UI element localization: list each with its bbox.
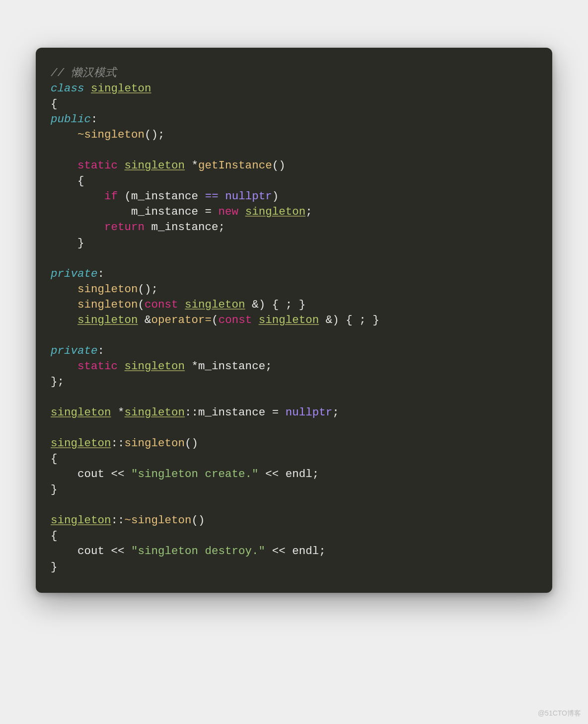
parens2: () [272, 159, 286, 172]
brace-close2: } [77, 237, 84, 249]
body-empty2: { ; } [346, 314, 379, 326]
id-singleton: singleton [91, 82, 151, 95]
ltlt2: << [265, 468, 279, 481]
star2: * [192, 360, 199, 373]
star: * [192, 159, 199, 172]
scope2: :: [111, 437, 125, 450]
code-card: // 懒汉模式 class singleton { public: ~singl… [36, 48, 552, 593]
destructor-decl: ~singleton [77, 128, 145, 141]
type-singleton4: singleton [125, 360, 185, 373]
kw-class: class [51, 82, 84, 95]
brace-open2: { [77, 174, 84, 187]
semi: ; [158, 128, 165, 141]
endl2: endl [292, 545, 319, 558]
m-instance4: m_instance [198, 360, 265, 373]
lparen3: ( [212, 314, 219, 326]
rparen3: ) [332, 314, 339, 326]
rparen2: ) [259, 298, 266, 311]
nullptr: nullptr [225, 190, 272, 203]
semi7: ; [312, 468, 319, 481]
colon: : [91, 113, 98, 126]
kw-private: private [51, 267, 98, 280]
semi3: ; [219, 221, 225, 234]
cout: cout [77, 468, 104, 481]
parens: () [145, 128, 158, 141]
kw-const: const [145, 298, 178, 311]
kw-if: if [104, 190, 118, 203]
semi6: ; [332, 406, 339, 419]
lparen2: ( [138, 298, 145, 311]
scope3: :: [111, 514, 125, 527]
copy-ctor: singleton [77, 298, 138, 311]
semi8: ; [319, 545, 326, 558]
cout2: cout [77, 545, 104, 558]
ret-singleton: singleton [77, 314, 138, 326]
ctor-def: singleton [125, 437, 185, 450]
star3: * [118, 406, 125, 419]
m-instance3: m_instance [151, 221, 219, 234]
parens3: () [138, 283, 151, 296]
ltlt4: << [272, 545, 286, 558]
brace-close3: } [51, 483, 58, 496]
kw-static2: static [77, 360, 118, 373]
colon3: : [98, 344, 105, 357]
dtor-def: ~singleton [125, 514, 192, 527]
brace-open: { [51, 97, 58, 110]
ltlt3: << [111, 545, 125, 558]
kw-private2: private [51, 344, 98, 357]
eq: = [205, 205, 212, 218]
amp: & [252, 298, 259, 311]
eqeq: == [205, 190, 219, 203]
class-close: }; [51, 375, 64, 388]
brace-open3: { [51, 452, 58, 465]
fn-getinstance: getInstance [198, 159, 272, 172]
new-singleton: singleton [245, 205, 306, 218]
ctor-decl: singleton [77, 283, 138, 296]
parens5: () [192, 514, 205, 527]
kw-const2: const [219, 314, 252, 326]
scope-singleton3: singleton [51, 514, 111, 527]
ltlt1: << [111, 468, 125, 481]
comment-line: // 懒汉模式 [51, 67, 117, 80]
rparen: ) [272, 190, 279, 203]
nullptr2: nullptr [286, 406, 333, 419]
type-singleton2: singleton [185, 298, 245, 311]
m-instance: m_instance [131, 190, 198, 203]
semi4: ; [151, 283, 158, 296]
scope: :: [185, 406, 198, 419]
m-instance-def: m_instance [198, 406, 265, 419]
amp2: & [145, 314, 151, 326]
watermark: @51CTO博客 [538, 709, 581, 718]
semi2: ; [305, 205, 312, 218]
type-singleton: singleton [125, 159, 185, 172]
colon2: : [98, 267, 105, 280]
body-empty: { ; } [272, 298, 306, 311]
def-singleton: singleton [51, 406, 111, 419]
amp3: & [326, 314, 333, 326]
kw-return: return [104, 221, 145, 234]
brace-open4: { [51, 529, 58, 542]
eq2: = [272, 406, 279, 419]
op-eq: operator= [151, 314, 212, 326]
str-destroy: "singleton destroy." [131, 545, 265, 558]
parens4: () [185, 437, 198, 450]
scope-singleton: singleton [125, 406, 185, 419]
endl: endl [286, 468, 312, 481]
m-instance2: m_instance [131, 205, 198, 218]
brace-close4: } [51, 561, 58, 573]
semi5: ; [265, 360, 272, 373]
kw-public: public [51, 113, 91, 126]
str-create: "singleton create." [131, 468, 259, 481]
code-block: // 懒汉模式 class singleton { public: ~singl… [51, 66, 537, 575]
type-singleton3: singleton [259, 314, 319, 326]
kw-new: new [219, 205, 239, 218]
scope-singleton2: singleton [51, 437, 111, 450]
lparen: ( [125, 190, 132, 203]
kw-static: static [77, 159, 118, 172]
